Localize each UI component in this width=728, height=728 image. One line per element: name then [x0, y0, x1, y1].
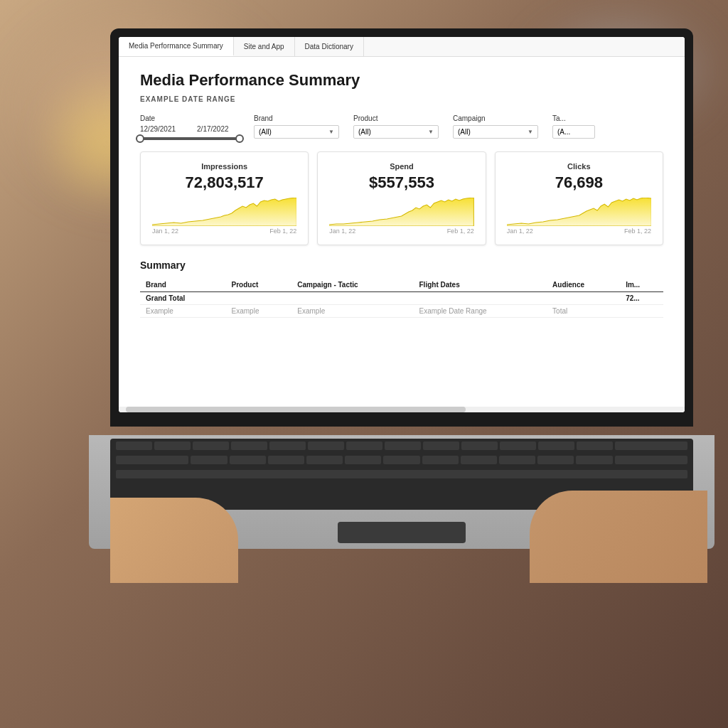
key[interactable] — [345, 456, 381, 464]
key-tab[interactable] — [116, 456, 188, 464]
product-filter: Product (All) ▼ — [353, 114, 439, 139]
key[interactable] — [577, 441, 613, 450]
summary-table: Brand Product Campaign - Tactic Flight D… — [140, 278, 663, 318]
scene: Media Performance Summary Site and App D… — [0, 0, 728, 728]
campaign-select[interactable]: (All) ▼ — [453, 125, 538, 139]
grand-total-campaign — [291, 292, 413, 305]
summary-section: Summary Brand Product Campaign - Tactic … — [140, 259, 663, 318]
grand-total-audience — [547, 292, 620, 305]
brand-select[interactable]: (All) ▼ — [254, 125, 339, 139]
key[interactable] — [230, 456, 266, 464]
product-select-arrow: ▼ — [428, 129, 434, 135]
clicks-sparkline — [507, 198, 651, 226]
key-row-1 — [110, 439, 693, 453]
key[interactable] — [500, 441, 536, 450]
col-impressions: Im... — [620, 278, 663, 292]
product-select[interactable]: (All) ▼ — [353, 125, 439, 139]
key-row-3 — [110, 467, 693, 481]
date-end-value: 2/17/2022 — [197, 125, 229, 133]
date-range-display: 12/29/2021 2/17/2022 — [140, 125, 240, 140]
key[interactable] — [231, 441, 267, 450]
date-filter: Date 12/29/2021 2/17/2022 — [140, 114, 240, 140]
brand-filter: Brand (All) ▼ — [254, 114, 339, 139]
tactic-select[interactable]: (A... — [552, 125, 595, 139]
date-slider-handle-left[interactable] — [136, 134, 144, 143]
laptop-frame: Media Performance Summary Site and App D… — [110, 28, 693, 583]
key[interactable] — [154, 441, 191, 450]
spend-sparkline — [329, 198, 473, 226]
key[interactable] — [268, 456, 304, 464]
summary-table-header-row: Brand Product Campaign - Tactic Flight D… — [140, 278, 663, 292]
grand-total-row: Grand Total 72... — [140, 292, 663, 305]
dashboard: Media Performance Summary Site and App D… — [119, 37, 685, 412]
brand-select-value: (All) — [259, 128, 272, 136]
key[interactable] — [499, 456, 535, 464]
key[interactable] — [306, 456, 343, 464]
key[interactable] — [191, 456, 227, 464]
grand-total-flight — [414, 292, 547, 305]
screen-bezel: Media Performance Summary Site and App D… — [110, 28, 693, 427]
kpi-row: Impressions 72,803,517 — [140, 151, 663, 245]
key[interactable] — [193, 441, 229, 450]
spend-title: Spend — [329, 162, 473, 171]
col-audience: Audience — [547, 278, 620, 292]
key[interactable] — [116, 441, 152, 450]
trackpad[interactable] — [338, 522, 466, 543]
key-spacebar[interactable] — [116, 470, 687, 478]
date-filter-label: Date — [140, 114, 240, 122]
date-values: 12/29/2021 2/17/2022 — [140, 125, 240, 133]
brand-filter-label: Brand — [254, 114, 339, 122]
date-range-label: EXAMPLE DATE RANGE — [140, 95, 663, 103]
key[interactable] — [422, 456, 459, 464]
key[interactable] — [346, 441, 382, 450]
key[interactable] — [385, 441, 421, 450]
key[interactable] — [461, 456, 497, 464]
campaign-filter: Campaign (All) ▼ — [453, 114, 538, 139]
example-flight-dates: Example Date Range — [414, 305, 547, 318]
campaign-select-value: (All) — [458, 128, 471, 136]
clicks-title: Clicks — [507, 162, 651, 171]
tactic-filter: Ta... (A... — [552, 114, 595, 139]
key[interactable] — [308, 441, 344, 450]
main-content: Media Performance Summary EXAMPLE DATE R… — [119, 57, 685, 332]
scrollbar-thumb[interactable] — [126, 407, 466, 412]
tab-data-dictionary[interactable]: Data Dictionary — [295, 37, 364, 56]
grand-total-impressions: 72... — [620, 292, 663, 305]
tab-site-and-app[interactable]: Site and App — [234, 37, 295, 56]
horizontal-scrollbar[interactable] — [119, 407, 685, 412]
tab-bar: Media Performance Summary Site and App D… — [119, 37, 685, 57]
spend-card: Spend $557,553 — [317, 151, 486, 245]
col-campaign-tactic: Campaign - Tactic — [291, 278, 413, 292]
impressions-dates: Jan 1, 22 Feb 1, 22 — [152, 228, 296, 235]
filters-row: Date 12/29/2021 2/17/2022 — [140, 114, 663, 140]
tab-media-performance[interactable]: Media Performance Summary — [119, 37, 234, 56]
example-data-row: Example Example Example Example Date Ran… — [140, 305, 663, 318]
key-row-2 — [110, 453, 693, 467]
key[interactable] — [537, 456, 574, 464]
key[interactable] — [538, 441, 574, 450]
clicks-value: 76,698 — [507, 173, 651, 192]
date-slider-handle-right[interactable] — [235, 134, 244, 143]
key[interactable] — [576, 456, 612, 464]
grand-total-brand: Grand Total — [140, 292, 226, 305]
impressions-title: Impressions — [152, 162, 296, 171]
key-enter[interactable] — [615, 456, 687, 464]
clicks-card: Clicks 76,698 — [495, 151, 663, 245]
impressions-value: 72,803,517 — [152, 173, 296, 192]
example-campaign: Example — [291, 305, 413, 318]
date-slider-fill — [140, 137, 240, 140]
product-select-value: (All) — [358, 128, 371, 136]
key[interactable] — [383, 456, 419, 464]
key[interactable] — [461, 441, 498, 450]
key[interactable] — [269, 441, 306, 450]
col-brand: Brand — [140, 278, 226, 292]
hand-right — [530, 491, 707, 583]
grand-total-product — [226, 292, 292, 305]
col-product: Product — [226, 278, 292, 292]
example-product: Example — [226, 305, 292, 318]
key-backspace[interactable] — [615, 441, 687, 450]
clicks-dates: Jan 1, 22 Feb 1, 22 — [507, 228, 651, 235]
spend-dates: Jan 1, 22 Feb 1, 22 — [329, 228, 473, 235]
date-slider[interactable] — [140, 137, 240, 140]
key[interactable] — [423, 441, 459, 450]
